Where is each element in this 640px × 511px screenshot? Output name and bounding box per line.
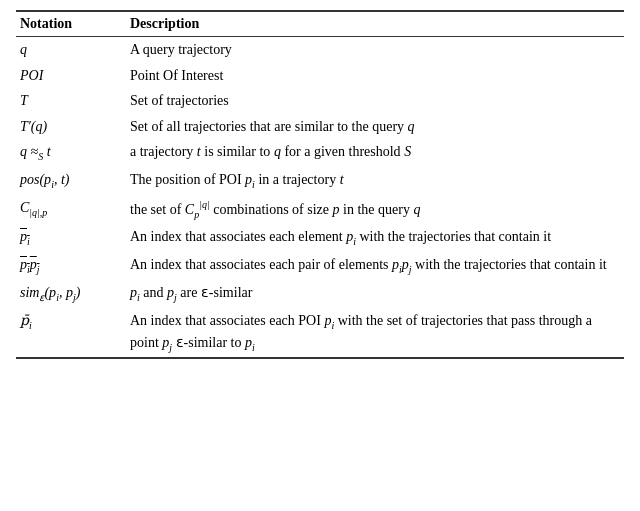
table-row: pi An index that associates each element… bbox=[16, 224, 624, 252]
table-row: T Set of trajectories bbox=[16, 88, 624, 114]
description-cell: An index that associates each pair of el… bbox=[126, 252, 624, 280]
table-row: q ≈S t a trajectory t is similar to q fo… bbox=[16, 139, 624, 167]
description-cell: Set of all trajectories that are similar… bbox=[126, 114, 624, 140]
notation-cell: POI bbox=[16, 63, 126, 89]
table-row: pipj An index that associates each pair … bbox=[16, 252, 624, 280]
description-cell: Set of trajectories bbox=[126, 88, 624, 114]
description-cell: pi and pj are ɛ-similar bbox=[126, 280, 624, 308]
notation-cell: C|q|,p bbox=[16, 195, 126, 224]
notation-cell: simɛ(pi, pj) bbox=[16, 280, 126, 308]
table-row: C|q|,p the set of Cp|q| combinations of … bbox=[16, 195, 624, 224]
notation-cell: T′(q) bbox=[16, 114, 126, 140]
description-cell: An index that associates each element pi… bbox=[126, 224, 624, 252]
table-row: POI Point Of Interest bbox=[16, 63, 624, 89]
notation-cell: pipj bbox=[16, 252, 126, 280]
notation-cell: p̄i bbox=[16, 308, 126, 359]
description-cell: The position of POI pi in a trajectory t bbox=[126, 167, 624, 195]
description-header: Description bbox=[126, 11, 624, 37]
description-cell: the set of Cp|q| combinations of size p … bbox=[126, 195, 624, 224]
notation-header: Notation bbox=[16, 11, 126, 37]
description-cell: An index that associates each POI pi wit… bbox=[126, 308, 624, 359]
description-cell: Point Of Interest bbox=[126, 63, 624, 89]
table-row: T′(q) Set of all trajectories that are s… bbox=[16, 114, 624, 140]
notation-cell: pos(pi, t) bbox=[16, 167, 126, 195]
notation-cell: q bbox=[16, 37, 126, 63]
table-row: pos(pi, t) The position of POI pi in a t… bbox=[16, 167, 624, 195]
table-row: p̄i An index that associates each POI pi… bbox=[16, 308, 624, 359]
notation-table: Notation Description q A query trajector… bbox=[16, 10, 624, 359]
notation-cell: q ≈S t bbox=[16, 139, 126, 167]
table-row: simɛ(pi, pj) pi and pj are ɛ-similar bbox=[16, 280, 624, 308]
notation-cell: pi bbox=[16, 224, 126, 252]
table-row: q A query trajectory bbox=[16, 37, 624, 63]
description-cell: A query trajectory bbox=[126, 37, 624, 63]
notation-cell: T bbox=[16, 88, 126, 114]
description-cell: a trajectory t is similar to q for a giv… bbox=[126, 139, 624, 167]
